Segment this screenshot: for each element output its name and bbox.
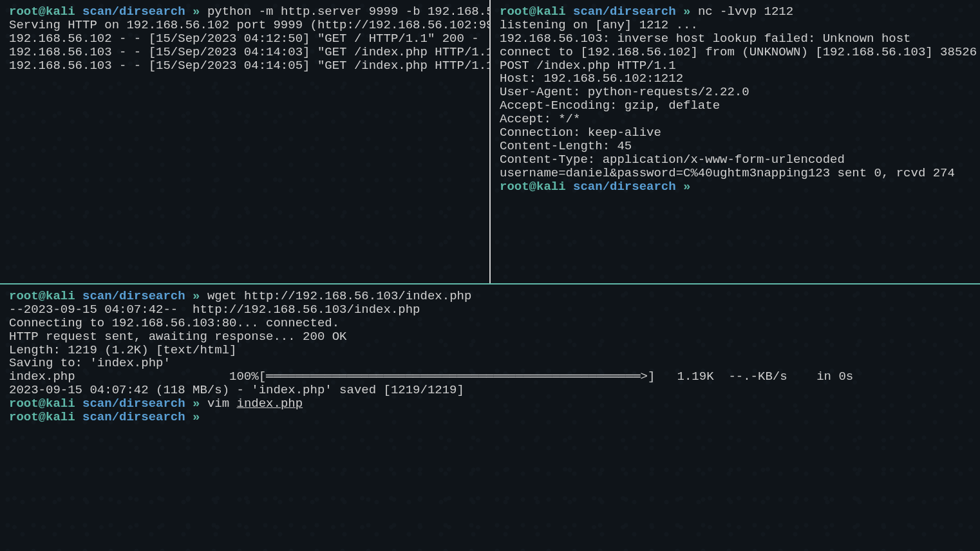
output-line: listening on [any] 1212 ...: [500, 19, 971, 32]
output-line: 192.168.56.103: inverse host lookup fail…: [500, 32, 971, 46]
prompt-path: scan/dirsearch: [573, 180, 676, 194]
prompt-line: root@kali scan/dirsearch »: [9, 411, 971, 424]
prompt-path: scan/dirsearch: [82, 397, 185, 411]
prompt-user: root@kali: [500, 180, 566, 194]
pane-http-server[interactable]: root@kali scan/dirsearch » python -m htt…: [0, 0, 489, 283]
output-line: Host: 192.168.56.102:1212: [500, 72, 971, 86]
prompt-chevron: »: [683, 5, 690, 19]
output-line: Accept-Encoding: gzip, deflate: [500, 99, 971, 113]
prompt-user: root@kali: [9, 5, 75, 19]
progress-line: index.php 100%[═════════════════════════…: [9, 370, 971, 384]
output-line: --2023-09-15 04:07:42-- http://192.168.5…: [9, 303, 971, 317]
prompt-chevron: »: [193, 410, 200, 424]
output-line: Length: 1219 (1.2K) [text/html]: [9, 344, 971, 357]
output-line: Content-Length: 45: [500, 140, 971, 153]
output-line: Accept: */*: [500, 113, 971, 126]
prompt-chevron: »: [193, 5, 200, 19]
output-line: Serving HTTP on 192.168.56.102 port 9999…: [9, 19, 480, 32]
output-line: Connecting to 192.168.56.103:80... conne…: [9, 317, 971, 330]
output-line: Connection: keep-alive: [500, 126, 971, 140]
output-line: HTTP request sent, awaiting response... …: [9, 330, 971, 344]
prompt-user: root@kali: [9, 289, 75, 303]
output-line: username=daniel&password=C%40ughtm3nappi…: [500, 167, 971, 180]
prompt-line: root@kali scan/dirsearch » python -m htt…: [9, 5, 480, 19]
tmux-session: root@kali scan/dirsearch » python -m htt…: [0, 0, 980, 551]
output-line: 192.168.56.103 - - [15/Sep/2023 04:14:05…: [9, 59, 480, 73]
command-text: wget http://192.168.56.103/index.php: [207, 289, 471, 303]
prompt-path: scan/dirsearch: [573, 5, 676, 19]
output-line: Saving to: 'index.php': [9, 357, 971, 370]
pane-netcat-listener[interactable]: root@kali scan/dirsearch » nc -lvvp 1212…: [491, 0, 980, 283]
prompt-chevron: »: [683, 180, 690, 194]
command-text: python -m http.server 9999 -b 192.168.56…: [207, 5, 489, 19]
prompt-path: scan/dirsearch: [82, 5, 185, 19]
command-text: vim index.php: [207, 397, 303, 411]
prompt-user: root@kali: [9, 410, 75, 424]
prompt-path: scan/dirsearch: [82, 410, 185, 424]
output-line: 2023-09-15 04:07:42 (118 MB/s) - 'index.…: [9, 384, 971, 397]
prompt-chevron: »: [193, 289, 200, 303]
prompt-user: root@kali: [9, 397, 75, 411]
top-row: root@kali scan/dirsearch » python -m htt…: [0, 0, 980, 283]
pane-wget-vim[interactable]: root@kali scan/dirsearch » wget http://1…: [0, 285, 980, 551]
output-line: 192.168.56.102 - - [15/Sep/2023 04:12:50…: [9, 32, 480, 46]
prompt-line: root@kali scan/dirsearch » wget http://1…: [9, 290, 971, 303]
prompt-line: root@kali scan/dirsearch » vim index.php: [9, 397, 971, 411]
prompt-chevron: »: [193, 397, 200, 411]
vim-filename: index.php: [237, 397, 303, 411]
output-line: connect to [192.168.56.102] from (UNKNOW…: [500, 46, 971, 59]
output-line: POST /index.php HTTP/1.1: [500, 59, 971, 73]
output-line: User-Agent: python-requests/2.22.0: [500, 86, 971, 99]
output-line: 192.168.56.103 - - [15/Sep/2023 04:14:03…: [9, 46, 480, 59]
prompt-path: scan/dirsearch: [82, 289, 185, 303]
prompt-line: root@kali scan/dirsearch » nc -lvvp 1212: [500, 5, 971, 19]
prompt-user: root@kali: [500, 5, 566, 19]
output-line: Content-Type: application/x-www-form-url…: [500, 153, 971, 167]
prompt-line: root@kali scan/dirsearch »: [500, 180, 971, 194]
command-text: nc -lvvp 1212: [698, 5, 793, 19]
